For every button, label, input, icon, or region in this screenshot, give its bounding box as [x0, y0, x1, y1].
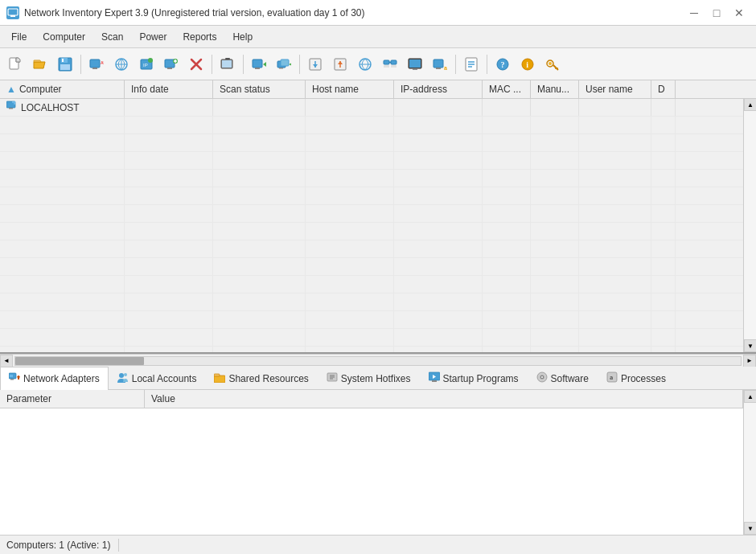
toolbar-help-button[interactable]: ? [491, 52, 515, 76]
col-header-infodate[interactable]: Info date [125, 80, 213, 98]
toolbar-report-button[interactable] [459, 52, 483, 76]
empty-row [0, 205, 743, 223]
toolbar-agent-button[interactable]: a [428, 52, 452, 76]
toolbar-screenshot-button[interactable] [216, 52, 240, 76]
svg-rect-33 [279, 68, 283, 69]
empty-row [0, 311, 743, 329]
col-label-username: User name [585, 84, 633, 95]
toolbar-scan-range-button[interactable] [109, 52, 134, 76]
tab-local-accounts[interactable]: Local Accounts [109, 367, 206, 389]
menu-help[interactable]: Help [224, 28, 261, 46]
hscroll-thumb[interactable] [15, 357, 144, 365]
tab-shared-resources-label: Shared Resources [228, 373, 308, 384]
empty-row [0, 293, 743, 311]
svg-rect-28 [225, 58, 230, 60]
maximize-button[interactable]: □ [706, 4, 727, 22]
close-button[interactable]: ✕ [729, 4, 750, 22]
empty-row [0, 134, 743, 152]
col-header-manu[interactable]: Manu... [531, 80, 579, 98]
hscroll-track[interactable] [14, 356, 742, 366]
svg-rect-10 [90, 60, 100, 68]
toolbar-about-button[interactable]: i [516, 52, 540, 76]
svg-text:AD: AD [101, 60, 104, 65]
scroll-left-button[interactable]: ◄ [0, 355, 13, 367]
sort-arrow-icon: ▲ [6, 84, 16, 95]
scroll-right-button[interactable]: ► [743, 355, 756, 367]
toolbar-import-button[interactable] [303, 52, 327, 76]
empty-row [0, 187, 743, 205]
software-icon [536, 371, 548, 385]
toolbar-sep-4 [299, 55, 300, 74]
svg-rect-47 [384, 65, 389, 68]
tab-software[interactable]: Software [528, 367, 598, 389]
toolbar-add-button[interactable] [159, 52, 183, 76]
computer-table-container: ▲ Computer Info date Scan status Host na… [0, 80, 756, 354]
detail-col-header-parameter[interactable]: Parameter [0, 390, 145, 408]
toolbar-scan-all-button[interactable] [272, 52, 296, 76]
toolbar-network-button[interactable] [353, 52, 377, 76]
toolbar-connect-button[interactable] [378, 52, 402, 76]
menu-reports[interactable]: Reports [175, 28, 224, 46]
toolbar-open-button[interactable] [28, 52, 52, 76]
col-header-ip[interactable]: IP-address [394, 80, 483, 98]
tab-processes[interactable]: a Processes [598, 367, 675, 389]
table-row[interactable]: LOCALHOST [0, 99, 743, 117]
toolbar-scan-ad-button[interactable]: AD [84, 52, 109, 76]
detail-col-header-value[interactable]: Value [145, 390, 743, 408]
tab-network-adapters[interactable]: Network Adapters [0, 367, 109, 390]
status-divider [118, 539, 119, 552]
main-content: ▲ Computer Info date Scan status Host na… [0, 80, 756, 535]
detail-scroll-down-button[interactable]: ▼ [744, 522, 756, 535]
col-header-mac[interactable]: MAC ... [483, 80, 531, 98]
svg-rect-79 [214, 374, 220, 376]
col-header-d[interactable]: D [651, 80, 676, 98]
minimize-button[interactable]: ─ [684, 4, 705, 22]
toolbar-new-button[interactable] [3, 52, 27, 76]
svg-rect-29 [253, 60, 262, 68]
menu-power[interactable]: Power [131, 28, 175, 46]
menu-computer[interactable]: Computer [35, 28, 93, 46]
cell-manu [531, 99, 579, 116]
computers-info: Computers: 1 (Active: 1) [6, 540, 110, 551]
svg-rect-73 [10, 375, 13, 377]
toolbar-scan-ip-button[interactable]: IP [134, 52, 158, 76]
scroll-down-button[interactable]: ▼ [744, 339, 756, 352]
toolbar-scan-now-button[interactable] [247, 52, 271, 76]
processes-icon: a [606, 371, 618, 385]
toolbar-delete-button[interactable] [184, 52, 208, 76]
svg-rect-20 [167, 68, 172, 69]
menu-scan[interactable]: Scan [93, 28, 131, 46]
svg-marker-31 [263, 62, 266, 67]
col-header-scanstatus[interactable]: Scan status [213, 80, 306, 98]
toolbar-save-button[interactable] [53, 52, 77, 76]
table-body: LOCALHOST (function() { const tbody = do… [0, 99, 756, 352]
horizontal-scrollbar[interactable]: ◄ ► [0, 354, 756, 367]
toolbar-export-button[interactable] [328, 52, 352, 76]
svg-rect-53 [436, 68, 441, 69]
toolbar-key-button[interactable] [540, 52, 565, 76]
tab-system-hotfixes-label: System Hotfixes [341, 373, 411, 384]
detail-scroll-up-button[interactable]: ▲ [744, 390, 756, 403]
table-scrollbar[interactable]: ▲ ▼ [743, 98, 756, 352]
empty-row [0, 170, 743, 187]
detail-scrollbar[interactable]: ▲ ▼ [743, 390, 756, 535]
col-header-username[interactable]: User name [579, 80, 651, 98]
col-header-computer[interactable]: ▲ Computer [0, 80, 125, 98]
cell-infodate [125, 99, 213, 116]
toolbar-monitor-button[interactable] [403, 52, 427, 76]
empty-row [0, 276, 743, 293]
col-header-hostname[interactable]: Host name [306, 80, 394, 98]
svg-text:a: a [444, 65, 447, 71]
scroll-track [744, 111, 756, 339]
toolbar-sep-3 [243, 55, 244, 74]
tab-system-hotfixes[interactable]: System Hotfixes [318, 367, 420, 389]
svg-marker-4 [16, 58, 20, 62]
svg-rect-50 [409, 60, 421, 68]
svg-point-76 [119, 373, 124, 378]
tab-shared-resources[interactable]: Shared Resources [205, 367, 317, 389]
window-controls: ─ □ ✕ [684, 4, 750, 22]
menu-file[interactable]: File [3, 28, 35, 46]
svg-rect-75 [18, 375, 19, 380]
scroll-up-button[interactable]: ▲ [744, 98, 756, 111]
tab-startup-programs[interactable]: Startup Programs [420, 367, 528, 389]
